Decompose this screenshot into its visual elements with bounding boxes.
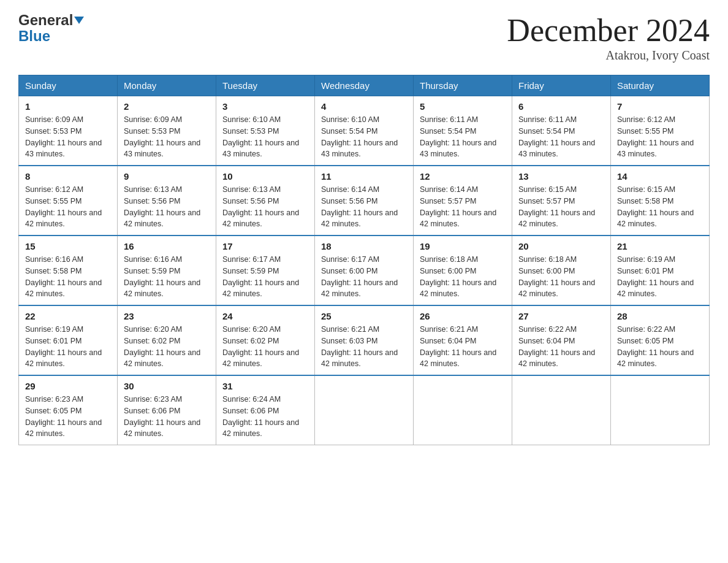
daylight-label: Daylight: 11 hours and 42 minutes. — [518, 209, 595, 229]
day-info: Sunrise: 6:16 AM Sunset: 5:59 PM Dayligh… — [124, 254, 210, 300]
table-row: 27 Sunrise: 6:22 AM Sunset: 6:04 PM Dayl… — [512, 305, 611, 375]
table-row: 21 Sunrise: 6:19 AM Sunset: 6:01 PM Dayl… — [611, 236, 710, 305]
table-row: 1 Sunrise: 6:09 AM Sunset: 5:53 PM Dayli… — [19, 96, 118, 166]
sunset-label: Sunset: 6:05 PM — [25, 407, 82, 415]
table-row: 13 Sunrise: 6:15 AM Sunset: 5:57 PM Dayl… — [512, 166, 611, 236]
col-sunday: Sunday — [19, 75, 118, 96]
table-row: 23 Sunrise: 6:20 AM Sunset: 6:02 PM Dayl… — [118, 305, 216, 375]
table-row: 14 Sunrise: 6:15 AM Sunset: 5:58 PM Dayl… — [611, 166, 710, 236]
sunset-label: Sunset: 6:02 PM — [222, 337, 279, 345]
logo-general: General — [18, 12, 73, 28]
sunset-label: Sunset: 6:02 PM — [124, 337, 180, 345]
day-info: Sunrise: 6:23 AM Sunset: 6:06 PM Dayligh… — [124, 394, 210, 440]
daylight-label: Daylight: 11 hours and 42 minutes. — [321, 348, 398, 369]
day-info: Sunrise: 6:20 AM Sunset: 6:02 PM Dayligh… — [124, 324, 210, 370]
sunrise-label: Sunrise: 6:12 AM — [617, 115, 675, 124]
day-number: 17 — [222, 241, 308, 251]
day-number: 1 — [25, 101, 111, 112]
sunset-label: Sunset: 6:04 PM — [420, 337, 476, 345]
daylight-label: Daylight: 11 hours and 43 minutes. — [420, 139, 496, 159]
daylight-label: Daylight: 11 hours and 42 minutes. — [518, 278, 595, 299]
daylight-label: Daylight: 11 hours and 43 minutes. — [518, 139, 595, 159]
sunrise-label: Sunrise: 6:23 AM — [124, 395, 182, 404]
sunset-label: Sunset: 5:58 PM — [617, 197, 673, 205]
calendar-table: Sunday Monday Tuesday Wednesday Thursday… — [18, 75, 710, 445]
sunrise-label: Sunrise: 6:11 AM — [420, 115, 478, 124]
table-row: 15 Sunrise: 6:16 AM Sunset: 5:58 PM Dayl… — [19, 236, 118, 305]
table-row: 8 Sunrise: 6:12 AM Sunset: 5:55 PM Dayli… — [19, 166, 118, 236]
sunset-label: Sunset: 6:00 PM — [321, 267, 377, 275]
col-tuesday: Tuesday — [216, 75, 315, 96]
day-info: Sunrise: 6:17 AM Sunset: 6:00 PM Dayligh… — [321, 254, 407, 300]
daylight-label: Daylight: 11 hours and 42 minutes. — [321, 209, 398, 229]
day-number: 18 — [321, 241, 407, 251]
table-row: 28 Sunrise: 6:22 AM Sunset: 6:05 PM Dayl… — [611, 305, 710, 375]
sunrise-label: Sunrise: 6:15 AM — [518, 185, 577, 194]
daylight-label: Daylight: 11 hours and 43 minutes. — [321, 139, 398, 159]
day-info: Sunrise: 6:22 AM Sunset: 6:04 PM Dayligh… — [518, 324, 604, 370]
day-info: Sunrise: 6:12 AM Sunset: 5:55 PM Dayligh… — [617, 114, 703, 160]
sunrise-label: Sunrise: 6:23 AM — [25, 395, 83, 404]
day-info: Sunrise: 6:19 AM Sunset: 6:01 PM Dayligh… — [617, 254, 703, 300]
sunrise-label: Sunrise: 6:13 AM — [124, 185, 182, 194]
day-number: 16 — [124, 241, 210, 251]
daylight-label: Daylight: 11 hours and 42 minutes. — [124, 209, 200, 229]
day-info: Sunrise: 6:11 AM Sunset: 5:54 PM Dayligh… — [518, 114, 604, 160]
day-number: 25 — [321, 311, 407, 321]
table-row: 26 Sunrise: 6:21 AM Sunset: 6:04 PM Dayl… — [414, 305, 512, 375]
sunset-label: Sunset: 5:59 PM — [124, 267, 180, 275]
day-info: Sunrise: 6:17 AM Sunset: 5:59 PM Dayligh… — [222, 254, 308, 300]
daylight-label: Daylight: 11 hours and 42 minutes. — [617, 209, 694, 229]
table-row: 10 Sunrise: 6:13 AM Sunset: 5:56 PM Dayl… — [216, 166, 315, 236]
table-row: 17 Sunrise: 6:17 AM Sunset: 5:59 PM Dayl… — [216, 236, 315, 305]
day-number: 6 — [518, 101, 604, 112]
table-row: 11 Sunrise: 6:14 AM Sunset: 5:56 PM Dayl… — [315, 166, 414, 236]
sunset-label: Sunset: 6:06 PM — [222, 407, 279, 415]
sunrise-label: Sunrise: 6:22 AM — [617, 325, 675, 334]
day-info: Sunrise: 6:09 AM Sunset: 5:53 PM Dayligh… — [124, 114, 210, 160]
daylight-label: Daylight: 11 hours and 42 minutes. — [124, 278, 200, 299]
day-info: Sunrise: 6:20 AM Sunset: 6:02 PM Dayligh… — [222, 324, 308, 370]
month-title: December 2024 — [507, 12, 710, 48]
sunset-label: Sunset: 6:03 PM — [321, 337, 377, 345]
table-row: 5 Sunrise: 6:11 AM Sunset: 5:54 PM Dayli… — [414, 96, 512, 166]
sunrise-label: Sunrise: 6:22 AM — [518, 325, 577, 334]
day-info: Sunrise: 6:12 AM Sunset: 5:55 PM Dayligh… — [25, 184, 111, 230]
table-row — [414, 375, 512, 445]
day-number: 26 — [420, 311, 506, 321]
logo-triangle-icon — [74, 17, 84, 24]
day-info: Sunrise: 6:24 AM Sunset: 6:06 PM Dayligh… — [222, 394, 308, 440]
table-row: 19 Sunrise: 6:18 AM Sunset: 6:00 PM Dayl… — [414, 236, 512, 305]
sunrise-label: Sunrise: 6:21 AM — [420, 325, 478, 334]
day-number: 2 — [124, 101, 210, 112]
day-number: 28 — [617, 311, 703, 321]
day-number: 4 — [321, 101, 407, 112]
daylight-label: Daylight: 11 hours and 42 minutes. — [25, 278, 102, 299]
sunrise-label: Sunrise: 6:10 AM — [321, 115, 379, 124]
sunset-label: Sunset: 5:56 PM — [321, 197, 377, 205]
table-row — [315, 375, 414, 445]
sunrise-label: Sunrise: 6:21 AM — [321, 325, 379, 334]
day-info: Sunrise: 6:15 AM Sunset: 5:57 PM Dayligh… — [518, 184, 604, 230]
day-info: Sunrise: 6:11 AM Sunset: 5:54 PM Dayligh… — [420, 114, 506, 160]
sunset-label: Sunset: 6:01 PM — [25, 337, 82, 345]
sunset-label: Sunset: 5:54 PM — [321, 127, 377, 136]
table-row: 4 Sunrise: 6:10 AM Sunset: 5:54 PM Dayli… — [315, 96, 414, 166]
day-number: 22 — [25, 311, 111, 321]
table-row: 22 Sunrise: 6:19 AM Sunset: 6:01 PM Dayl… — [19, 305, 118, 375]
day-info: Sunrise: 6:19 AM Sunset: 6:01 PM Dayligh… — [25, 324, 111, 370]
table-row: 16 Sunrise: 6:16 AM Sunset: 5:59 PM Dayl… — [118, 236, 216, 305]
sunrise-label: Sunrise: 6:20 AM — [222, 325, 281, 334]
daylight-label: Daylight: 11 hours and 42 minutes. — [222, 209, 299, 229]
day-info: Sunrise: 6:09 AM Sunset: 5:53 PM Dayligh… — [25, 114, 111, 160]
daylight-label: Daylight: 11 hours and 42 minutes. — [518, 348, 595, 369]
daylight-label: Daylight: 11 hours and 42 minutes. — [222, 418, 299, 439]
day-number: 27 — [518, 311, 604, 321]
day-number: 24 — [222, 311, 308, 321]
sunrise-label: Sunrise: 6:20 AM — [124, 325, 182, 334]
title-block: December 2024 Atakrou, Ivory Coast — [507, 12, 710, 63]
daylight-label: Daylight: 11 hours and 42 minutes. — [25, 348, 102, 369]
daylight-label: Daylight: 11 hours and 42 minutes. — [222, 278, 299, 299]
day-info: Sunrise: 6:21 AM Sunset: 6:04 PM Dayligh… — [420, 324, 506, 370]
sunrise-label: Sunrise: 6:17 AM — [222, 255, 281, 264]
